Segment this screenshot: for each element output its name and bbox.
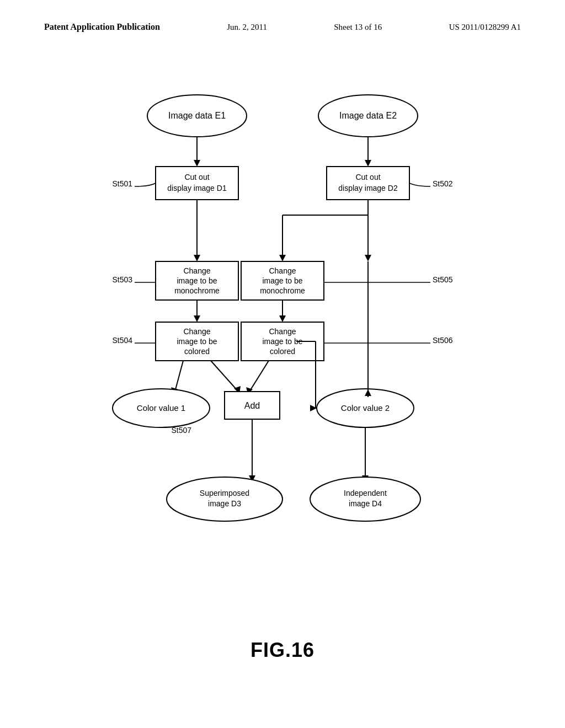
svg-rect-9 (327, 167, 409, 200)
svg-text:Change: Change (183, 327, 210, 336)
svg-line-42 (175, 361, 183, 392)
svg-marker-3 (194, 160, 200, 167)
svg-marker-19 (365, 255, 371, 261)
publication-title: Patent Application Publication (44, 22, 160, 32)
st505-label: St505 (433, 275, 453, 284)
svg-text:image D3: image D3 (208, 499, 241, 508)
sheet-info: Sheet 13 of 16 (334, 23, 382, 32)
svg-text:image to be: image to be (177, 276, 217, 285)
svg-text:Independent: Independent (344, 489, 387, 497)
svg-text:monochrome: monochrome (174, 286, 220, 295)
st507-label: St507 (171, 426, 191, 435)
svg-text:Cut out: Cut out (355, 173, 380, 181)
image-e2-label: Image data E2 (339, 111, 397, 120)
st506-label: St506 (433, 336, 453, 345)
diagram-container: Image data E1 Image data E2 Cut out disp… (0, 83, 565, 607)
svg-marker-5 (365, 160, 371, 167)
svg-text:image D4: image D4 (349, 499, 382, 508)
svg-text:Change: Change (269, 327, 296, 336)
st501-label: St501 (112, 179, 132, 188)
svg-text:monochrome: monochrome (260, 286, 305, 295)
st502-label: St502 (433, 179, 453, 188)
svg-marker-17 (279, 255, 286, 261)
image-e1-label: Image data E1 (168, 111, 226, 120)
svg-text:colored: colored (270, 347, 295, 356)
svg-rect-6 (156, 167, 238, 200)
svg-text:display image D2: display image D2 (338, 184, 398, 192)
svg-text:image to be: image to be (262, 276, 302, 285)
svg-text:Color value 1: Color value 1 (137, 403, 185, 413)
svg-text:Superimposed: Superimposed (200, 489, 249, 497)
svg-line-44 (211, 361, 238, 392)
publication-date: Jun. 2, 2011 (227, 23, 267, 32)
page-header: Patent Application Publication Jun. 2, 2… (0, 0, 565, 32)
st504-label: St504 (112, 336, 132, 345)
flow-diagram: Image data E1 Image data E2 Cut out disp… (89, 83, 476, 607)
svg-marker-29 (194, 315, 200, 322)
svg-text:image to be: image to be (177, 337, 217, 346)
svg-line-46 (249, 361, 269, 392)
svg-text:Add: Add (244, 401, 260, 410)
st503-label: St503 (112, 275, 132, 284)
svg-text:Change: Change (269, 266, 296, 275)
svg-text:Cut out: Cut out (184, 173, 209, 181)
svg-marker-31 (279, 315, 286, 322)
patent-number: US 2011/0128299 A1 (449, 23, 521, 32)
svg-text:Color value 2: Color value 2 (341, 403, 390, 413)
svg-marker-13 (194, 255, 200, 261)
svg-text:Change: Change (183, 266, 210, 275)
svg-text:display image D1: display image D1 (167, 184, 227, 192)
figure-label: FIG.16 (250, 639, 315, 662)
svg-text:colored: colored (184, 347, 210, 356)
